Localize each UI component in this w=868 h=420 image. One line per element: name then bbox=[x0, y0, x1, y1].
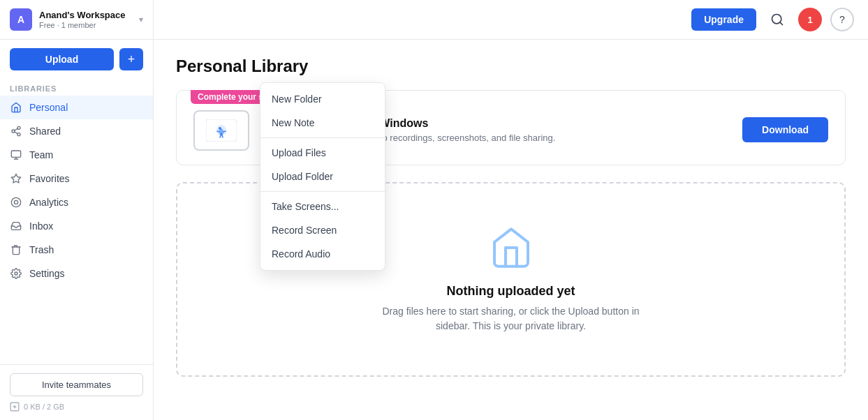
sidebar-item-inbox[interactable]: Inbox bbox=[0, 214, 153, 238]
plus-button[interactable]: + bbox=[119, 48, 143, 70]
dropdown-item-new-folder[interactable]: New Folder bbox=[260, 87, 385, 111]
svg-point-10 bbox=[14, 200, 17, 204]
download-button[interactable]: Download bbox=[742, 117, 828, 142]
libraries-section-label: Libraries bbox=[0, 79, 153, 96]
sidebar-nav: Libraries Personal Shared bbox=[0, 79, 153, 364]
svg-line-4 bbox=[15, 128, 18, 130]
sidebar-item-label-team: Team bbox=[29, 149, 53, 160]
upload-area: Upload + bbox=[0, 40, 153, 79]
sidebar-footer: Invite teammates 0 KB / 2 GB bbox=[0, 364, 153, 420]
svg-line-16 bbox=[780, 22, 783, 25]
sidebar-item-label-personal: Personal bbox=[29, 102, 68, 113]
home-icon bbox=[10, 101, 22, 114]
upgrade-button[interactable]: Upgrade bbox=[691, 8, 756, 31]
sidebar-item-label-settings: Settings bbox=[29, 268, 65, 279]
sidebar-item-settings[interactable]: Settings bbox=[0, 262, 153, 285]
settings-icon bbox=[10, 267, 22, 280]
jumpshare-thumbnail bbox=[193, 110, 249, 151]
sidebar-item-label-favorites: Favorites bbox=[29, 173, 70, 184]
sidebar-item-label-inbox: Inbox bbox=[29, 220, 53, 232]
upload-button[interactable]: Upload bbox=[10, 48, 114, 70]
sidebar-item-team[interactable]: Team bbox=[0, 143, 153, 167]
sidebar-item-label-analytics: Analytics bbox=[29, 197, 68, 208]
sidebar-item-favorites[interactable]: Favorites bbox=[0, 167, 153, 190]
sidebar-item-shared[interactable]: Shared bbox=[0, 119, 153, 143]
empty-title: Nothing uploaded yet bbox=[447, 284, 575, 299]
svg-point-11 bbox=[15, 272, 17, 275]
page-title: Personal Library bbox=[176, 57, 846, 76]
trash-icon bbox=[10, 243, 22, 256]
sidebar-item-label-trash: Trash bbox=[29, 244, 54, 255]
workspace-name: Anand's Workspace bbox=[39, 10, 132, 21]
dropdown-item-new-note[interactable]: New Note bbox=[260, 111, 385, 135]
dropdown-item-record-screen[interactable]: Record Screen bbox=[260, 218, 385, 242]
notification-badge[interactable]: 1 bbox=[798, 8, 822, 31]
search-button[interactable] bbox=[765, 7, 790, 32]
help-button[interactable]: ? bbox=[830, 8, 854, 31]
empty-home-icon bbox=[489, 225, 534, 273]
star-icon bbox=[10, 172, 22, 185]
workspace-info: Anand's Workspace Free · 1 member bbox=[39, 10, 132, 29]
dropdown-divider-2 bbox=[260, 191, 385, 192]
dropdown-item-record-audio[interactable]: Record Audio bbox=[260, 242, 385, 266]
dropdown-item-upload-files[interactable]: Upload Files bbox=[260, 141, 385, 165]
sidebar-item-analytics[interactable]: Analytics bbox=[0, 190, 153, 214]
topbar: Upgrade 1 ? bbox=[154, 0, 868, 40]
notification-count: 1 bbox=[807, 15, 812, 25]
dropdown-menu: New Folder New Note Upload Files Upload … bbox=[260, 82, 385, 271]
storage-info: 0 KB / 2 GB bbox=[10, 402, 143, 412]
sidebar-item-personal[interactable]: Personal bbox=[0, 96, 153, 119]
svg-point-18 bbox=[219, 127, 221, 130]
svg-point-9 bbox=[11, 197, 20, 207]
svg-marker-8 bbox=[11, 174, 20, 183]
shared-icon bbox=[10, 125, 22, 137]
storage-label: 0 KB / 2 GB bbox=[24, 403, 64, 411]
dropdown-item-upload-folder[interactable]: Upload Folder bbox=[260, 165, 385, 188]
svg-rect-5 bbox=[11, 151, 20, 157]
dropdown-item-take-screenshot[interactable]: Take Screens... bbox=[260, 195, 385, 218]
analytics-icon bbox=[10, 196, 22, 209]
chevron-down-icon: ▾ bbox=[139, 15, 143, 24]
team-icon bbox=[10, 149, 22, 161]
workspace-header[interactable]: A Anand's Workspace Free · 1 member ▾ bbox=[0, 0, 153, 40]
empty-description: Drag files here to start sharing, or cli… bbox=[378, 304, 644, 333]
workspace-plan: Free · 1 member bbox=[39, 21, 132, 29]
sidebar-item-label-shared: Shared bbox=[29, 126, 61, 137]
sidebar: A Anand's Workspace Free · 1 member ▾ Up… bbox=[0, 0, 154, 420]
dropdown-divider-1 bbox=[260, 137, 385, 138]
main-content-area: Upgrade 1 ? Personal Library Complete yo… bbox=[154, 0, 868, 420]
inbox-icon bbox=[10, 220, 22, 232]
question-mark-icon: ? bbox=[839, 14, 845, 25]
workspace-avatar: A bbox=[10, 8, 32, 31]
invite-teammates-button[interactable]: Invite teammates bbox=[10, 373, 143, 396]
sidebar-item-trash[interactable]: Trash bbox=[0, 238, 153, 262]
svg-line-3 bbox=[15, 132, 18, 134]
